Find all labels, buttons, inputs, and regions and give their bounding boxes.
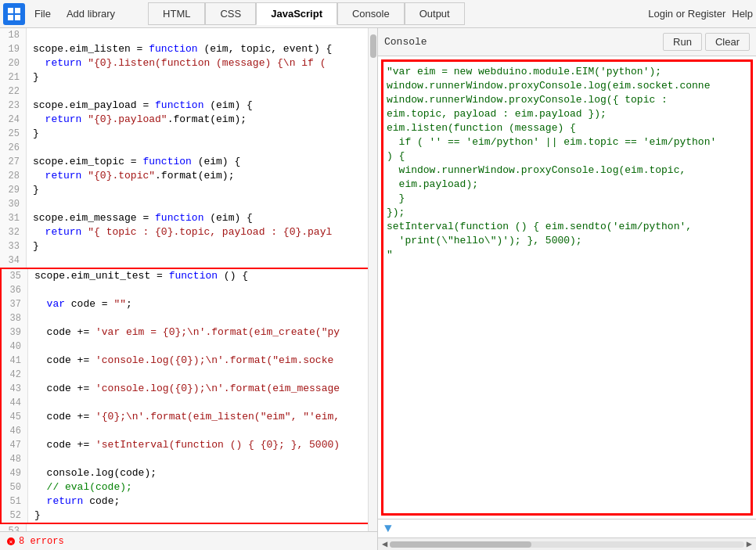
- line-content: scope.eim_payload = function (eim) {: [27, 99, 253, 113]
- line-content: code += 'console.log({0});\n'.format(eim…: [28, 382, 340, 396]
- line-content: [28, 340, 34, 354]
- list-item: eim.payload);: [387, 178, 747, 192]
- file-menu[interactable]: File: [28, 5, 57, 23]
- svg-text:✕: ✕: [9, 538, 13, 545]
- console-buttons: Run Clear: [663, 33, 750, 51]
- error-count: 8 errors: [19, 536, 64, 547]
- line-content: }: [27, 183, 39, 197]
- table-row: 19 scope.eim_listen = function (eim, top…: [0, 42, 377, 56]
- list-item: window.runnerWindow.proxyConsole.log(eim…: [387, 164, 747, 178]
- scroll-right-arrow[interactable]: ▶: [744, 538, 754, 550]
- list-item: window.runnerWindow.proxyConsole.log(eim…: [387, 79, 747, 93]
- line-number: 46: [2, 424, 28, 438]
- table-row: 40: [2, 340, 376, 354]
- svg-rect-3: [15, 15, 20, 20]
- line-number: 36: [2, 283, 28, 297]
- line-content: [27, 84, 33, 99]
- scroll-left-arrow[interactable]: ◀: [380, 538, 390, 550]
- add-library-button[interactable]: Add library: [60, 5, 121, 23]
- table-row: 31 scope.eim_message = function (eim) {: [0, 211, 377, 225]
- table-row: 46: [2, 424, 376, 438]
- editor-pane: 18 19 scope.eim_listen = function (eim, …: [0, 28, 378, 550]
- line-number: 37: [2, 297, 28, 311]
- main-layout: 18 19 scope.eim_listen = function (eim, …: [0, 28, 756, 550]
- line-number: 45: [2, 410, 28, 424]
- table-row: 28 return "{0}.topic".format(eim);: [0, 169, 377, 183]
- top-right: Login or Register Help: [648, 8, 753, 20]
- line-content: }: [28, 509, 41, 523]
- scroll-thumb: [390, 541, 531, 548]
- top-tabs: HTML CSS JavaScript Console Output: [148, 2, 465, 25]
- tab-css[interactable]: CSS: [205, 2, 256, 25]
- line-content: [27, 197, 33, 211]
- clear-button[interactable]: Clear: [705, 33, 750, 51]
- line-number: 52: [2, 509, 28, 523]
- console-output[interactable]: "var eim = new webduino.module.EIM('pyth…: [381, 59, 753, 516]
- table-row: 32 return "{ topic : {0}.topic, payload …: [0, 225, 377, 239]
- line-content: return "{0}.listen(function (message) {\…: [27, 56, 326, 70]
- line-number: 23: [0, 99, 27, 113]
- line-content: code += 'console.log({0});\n'.format("ei…: [28, 354, 333, 368]
- line-number: 49: [2, 466, 28, 480]
- table-row: 23 scope.eim_payload = function (eim) {: [0, 99, 377, 113]
- tab-html[interactable]: HTML: [148, 2, 205, 25]
- top-bar: File Add library HTML CSS JavaScript Con…: [0, 0, 756, 28]
- table-row: 45 code += '{0};\n'.format(eim_listen("e…: [2, 410, 376, 424]
- svg-rect-1: [15, 8, 20, 13]
- line-number: 32: [0, 225, 27, 239]
- table-row: 48: [2, 452, 376, 466]
- table-row: 39 code += 'var eim = {0};\n'.format(eim…: [2, 325, 376, 340]
- line-number: 50: [2, 480, 28, 494]
- scroll-track[interactable]: [390, 541, 744, 548]
- line-content: return "{0}.payload".format(eim);: [27, 113, 247, 127]
- help-button[interactable]: Help: [732, 8, 753, 20]
- list-item: ": [387, 248, 747, 262]
- line-content: [27, 141, 33, 155]
- line-content: code += '{0};\n'.format(eim_listen("eim"…: [28, 410, 340, 424]
- console-footer: ▼: [378, 519, 756, 537]
- line-number: 20: [0, 56, 27, 70]
- line-content: [27, 524, 33, 531]
- table-row: 50 // eval(code);: [2, 480, 376, 494]
- list-item: }: [387, 192, 747, 206]
- expand-icon[interactable]: ▼: [381, 520, 395, 537]
- line-content: var code = "";: [28, 297, 132, 311]
- line-number: 25: [0, 127, 27, 141]
- line-number: 24: [0, 113, 27, 127]
- line-number: 19: [0, 42, 27, 56]
- tab-output[interactable]: Output: [405, 2, 465, 25]
- line-number: 21: [0, 70, 27, 84]
- line-number: 33: [0, 239, 27, 253]
- list-item: setInterval(function () { eim.sendto('ei…: [387, 220, 747, 234]
- table-row: 26: [0, 141, 377, 155]
- vertical-scrollbar[interactable]: [368, 28, 377, 531]
- code-area[interactable]: 18 19 scope.eim_listen = function (eim, …: [0, 28, 377, 531]
- line-content: [28, 311, 34, 325]
- login-register-button[interactable]: Login or Register: [648, 8, 725, 20]
- line-content: console.log(code);: [28, 466, 157, 480]
- line-number: 26: [0, 141, 27, 155]
- line-content: // eval(code);: [28, 480, 132, 494]
- list-item: eim.topic, payload : eim.payload });: [387, 107, 747, 121]
- line-number: 28: [0, 169, 27, 183]
- tab-javascript[interactable]: JavaScript: [256, 2, 337, 25]
- line-number: 29: [0, 183, 27, 197]
- table-row: 27 scope.eim_topic = function (eim) {: [0, 155, 377, 169]
- line-content: [28, 368, 34, 382]
- line-number: 53: [0, 524, 27, 531]
- table-row: 42: [2, 368, 376, 382]
- line-number: 44: [2, 396, 28, 410]
- line-content: }: [27, 239, 39, 253]
- line-content: }: [27, 127, 39, 141]
- list-item: if ( '' == 'eim/python' || eim.topic == …: [387, 135, 747, 149]
- list-item: "var eim = new webduino.module.EIM('pyth…: [387, 65, 747, 79]
- console-pane: Console Run Clear "var eim = new webduin…: [378, 28, 756, 550]
- logo: [3, 3, 25, 25]
- run-button[interactable]: Run: [663, 33, 702, 51]
- line-content: return code;: [28, 494, 120, 509]
- table-row: 22: [0, 84, 377, 99]
- table-row: 52 }: [2, 509, 376, 523]
- console-header: Console Run Clear: [378, 28, 756, 56]
- horizontal-scrollbar[interactable]: ◀ ▶: [378, 537, 756, 550]
- tab-console[interactable]: Console: [337, 2, 405, 25]
